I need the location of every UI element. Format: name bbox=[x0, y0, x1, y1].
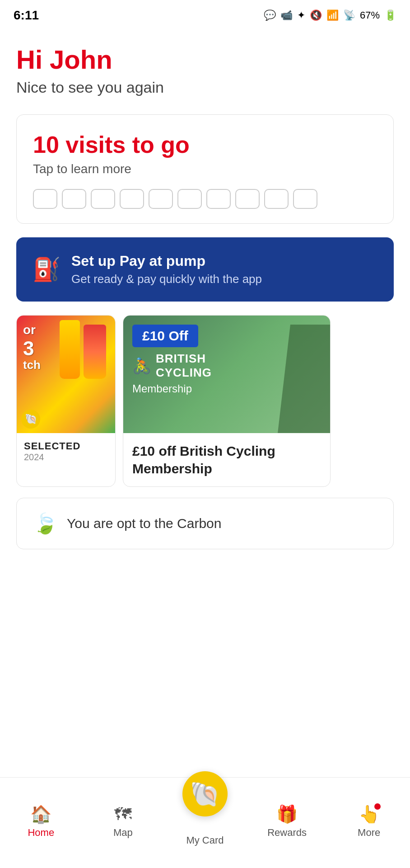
visit-dot-6 bbox=[177, 189, 202, 209]
status-icons: 💬 📹 ✦ 🔇 📶 📡 67% 🔋 bbox=[264, 9, 396, 21]
partial-text-num: 3 bbox=[23, 337, 34, 360]
pump-banner-subtitle: Get ready & pay quickly with the app bbox=[71, 272, 262, 286]
shell-fab-icon: 🐚 bbox=[190, 780, 220, 808]
visit-dot-9 bbox=[264, 189, 289, 209]
cycling-off-badge: £10 Off bbox=[132, 325, 198, 347]
shell-logo-drinks: 🐚 bbox=[21, 410, 40, 429]
more-icon: 👆 bbox=[359, 804, 380, 824]
drinks-selected-label: SELECTED bbox=[24, 440, 108, 452]
shell-fab[interactable]: 🐚 bbox=[182, 771, 228, 816]
rewards-label: Rewards bbox=[267, 827, 307, 839]
wifi-icon: 📶 bbox=[326, 9, 339, 21]
cycling-card-title: £10 off British Cycling Membership bbox=[132, 442, 321, 477]
drinks-year-label: 2024 bbox=[24, 452, 108, 462]
offer-card-drinks[interactable]: or 3 tch 🐚 SELECTED 2024 bbox=[16, 315, 116, 487]
mycard-label: My Card bbox=[186, 835, 224, 846]
nav-mycard[interactable]: 🐚 My Card bbox=[178, 771, 232, 846]
main-content: Hi John Nice to see you again 10 visits … bbox=[0, 27, 410, 640]
oasis-bottle bbox=[84, 325, 106, 379]
offers-container: or 3 tch 🐚 SELECTED 2024 £10 Off 🚴 bbox=[16, 315, 394, 487]
cycling-card-text: £10 off British Cycling Membership bbox=[123, 433, 330, 486]
nav-home[interactable]: 🏠 Home bbox=[14, 804, 68, 839]
carbon-icon: 🍃 bbox=[33, 512, 58, 535]
greeting-name: Hi John bbox=[16, 45, 394, 74]
carbon-text: You are opt to the Carbon bbox=[67, 516, 221, 531]
more-badge-dot bbox=[373, 802, 382, 811]
signal-icon: 📡 bbox=[343, 9, 355, 21]
visit-dot-5 bbox=[149, 189, 173, 209]
chat-icon: 💬 bbox=[264, 9, 276, 21]
drinks-offer-label: SELECTED 2024 bbox=[17, 433, 115, 470]
more-label: More bbox=[358, 827, 380, 839]
visit-dot-4 bbox=[120, 189, 144, 209]
bottom-nav: 🏠 Home 🗺 Map 🐚 My Card 🎁 Rewards 👆 More bbox=[0, 777, 410, 868]
partial-text-tch: tch bbox=[23, 358, 41, 372]
cycling-membership-label: Membership bbox=[132, 382, 212, 395]
visit-dot-10 bbox=[293, 189, 317, 209]
cycling-name-line2: CYCLING bbox=[156, 366, 212, 380]
visit-dot-7 bbox=[206, 189, 231, 209]
status-time: 6:11 bbox=[14, 8, 39, 23]
video-icon: 📹 bbox=[280, 9, 293, 21]
greeting-section: Hi John Nice to see you again bbox=[16, 45, 394, 96]
drinks-offer-image: or 3 tch 🐚 bbox=[17, 316, 115, 433]
map-icon: 🗺 bbox=[114, 805, 131, 824]
cyclist-silhouette bbox=[271, 325, 330, 433]
home-label: Home bbox=[28, 827, 54, 839]
visits-title: 10 visits to go bbox=[33, 131, 377, 158]
carbon-section[interactable]: 🍃 You are opt to the Carbon bbox=[16, 498, 394, 549]
partial-text-or: or bbox=[23, 323, 36, 337]
pump-icon: ⛽ bbox=[33, 256, 61, 283]
greeting-subtitle: Nice to see you again bbox=[16, 79, 394, 96]
visits-card[interactable]: 10 visits to go Tap to learn more bbox=[16, 114, 394, 224]
lucozade-bottle bbox=[60, 320, 80, 379]
bluetooth-icon: ✦ bbox=[297, 9, 305, 21]
cycling-name-line1: BRITISH bbox=[156, 352, 212, 366]
cycling-logo: 🚴 BRITISH CYCLING Membership bbox=[132, 352, 212, 395]
status-bar: 6:11 💬 📹 ✦ 🔇 📶 📡 67% 🔋 bbox=[0, 0, 410, 27]
mute-icon: 🔇 bbox=[310, 9, 322, 21]
rewards-icon: 🎁 bbox=[276, 804, 298, 824]
visit-dot-8 bbox=[235, 189, 260, 209]
nav-map[interactable]: 🗺 Map bbox=[96, 805, 150, 839]
offer-card-cycling[interactable]: £10 Off 🚴 BRITISH CYCLING Membership £10… bbox=[123, 315, 331, 487]
nav-rewards[interactable]: 🎁 Rewards bbox=[260, 804, 314, 839]
pump-banner[interactable]: ⛽ Set up Pay at pump Get ready & pay qui… bbox=[16, 237, 394, 302]
visit-dot-3 bbox=[91, 189, 115, 209]
pump-text: Set up Pay at pump Get ready & pay quick… bbox=[71, 253, 262, 286]
cycling-offer-image: £10 Off 🚴 BRITISH CYCLING Membership bbox=[123, 316, 330, 433]
battery-icon: 🔋 bbox=[384, 9, 396, 21]
nav-more[interactable]: 👆 More bbox=[342, 804, 396, 839]
visit-dot-2 bbox=[62, 189, 86, 209]
map-label: Map bbox=[113, 827, 133, 839]
visits-dots bbox=[33, 189, 377, 209]
pump-banner-title: Set up Pay at pump bbox=[71, 253, 262, 269]
home-icon: 🏠 bbox=[30, 804, 51, 824]
cycling-icon: 🚴 bbox=[132, 357, 151, 375]
visits-subtitle: Tap to learn more bbox=[33, 162, 377, 176]
battery-label: 67% bbox=[360, 9, 380, 21]
visit-dot-1 bbox=[33, 189, 57, 209]
